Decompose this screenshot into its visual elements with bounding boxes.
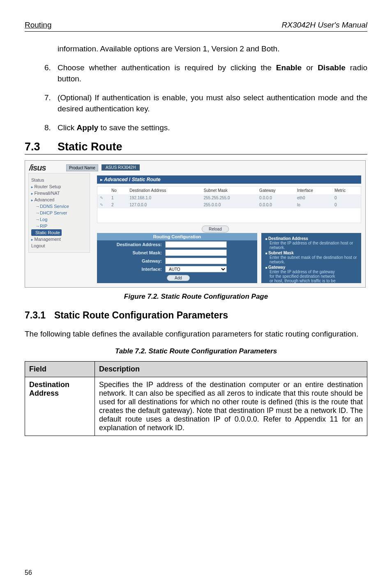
sidebar-item-ddns[interactable]: →DDNS Service <box>31 203 87 210</box>
li6-disable: Disable <box>318 63 346 72</box>
edit-icon[interactable]: ✎ <box>100 203 105 207</box>
cell-description: Specifies the IP address of the destinat… <box>95 377 367 436</box>
sidebar-item-management[interactable]: Management <box>31 236 87 242</box>
product-name-label: Product Name <box>66 164 98 171</box>
cell-no: 1 <box>109 194 127 201</box>
gateway-label: Gateway: <box>100 258 162 263</box>
sidebar-item-status[interactable]: Status <box>31 177 87 183</box>
add-button[interactable]: Add <box>167 275 190 281</box>
sidebar-item-router-setup[interactable]: Router Setup <box>31 183 87 190</box>
subnet-mask-input[interactable] <box>165 249 227 256</box>
li7-text: (Optional) If authentication is enable, … <box>58 93 367 113</box>
heading-7-3-1: 7.3.1Static Route Configuration Paramete… <box>25 310 367 321</box>
route-table: No Destination Address Subnet Mask Gatew… <box>97 186 361 223</box>
list-item-8: 8. Click Apply to save the settings. <box>25 122 367 134</box>
header-right: RX3042H User's Manual <box>282 21 368 30</box>
help-desc-gateway-c: or host, through which traffic is to be <box>265 279 357 283</box>
cell-if: eth0 <box>295 194 332 201</box>
page-number: 56 <box>25 569 32 576</box>
content-titlebar: ▸ Advanced / Static Route <box>97 175 361 184</box>
heading-7-3: 7.3Static Route <box>25 141 367 154</box>
sidebar-item-logout[interactable]: Logout <box>31 242 87 249</box>
table-row[interactable]: ✎ 1 192.168.1.0 255.255.255.0 0.0.0.0 et… <box>97 194 361 201</box>
th-interface: Interface <box>295 187 332 194</box>
edit-icon[interactable]: ✎ <box>100 196 105 200</box>
titlebar-arrow-icon: ▸ <box>100 177 104 182</box>
help-panel: Destination Address Enter the IP address… <box>261 233 361 283</box>
help-desc-gateway-b: for the specified destination network <box>265 274 357 279</box>
list-num-8: 8. <box>44 122 51 134</box>
header-left: Routing <box>25 21 52 30</box>
th-no: No <box>109 187 127 194</box>
table-row: Destination Address Specifies the IP add… <box>25 377 367 436</box>
cell-mask: 255.255.255.0 <box>201 194 257 201</box>
sidebar-item-dhcp[interactable]: →DHCP Server <box>31 210 87 216</box>
sidebar-item-firewall[interactable]: Firewall/NAT <box>31 190 87 196</box>
heading-7-3-title: Static Route <box>58 141 122 153</box>
help-desc-gateway-a: Enter the IP address of the gateway <box>265 270 357 274</box>
cell-no: 2 <box>109 201 127 208</box>
heading-7-3-num: 7.3 <box>25 141 58 153</box>
list-num-6: 6. <box>44 62 51 74</box>
config-params-table: Field Description Destination Address Sp… <box>25 361 367 436</box>
page-header: Routing RX3042H User's Manual <box>25 21 367 32</box>
th-field: Field <box>25 361 95 377</box>
subnet-mask-label: Subnet Mask: <box>100 250 162 255</box>
table-row[interactable]: ✎ 2 127.0.0.0 255.0.0.0 0.0.0.0 lo 0 <box>97 201 361 208</box>
help-term-gateway: Gateway <box>265 265 357 270</box>
sidebar-item-advanced[interactable]: Advanced <box>31 196 87 203</box>
help-term-mask: Subnet Mask <box>265 251 357 255</box>
sidebar-item-log[interactable]: →Log <box>31 216 87 223</box>
gateway-input[interactable] <box>165 258 227 264</box>
cell-field: Destination Address <box>25 377 95 436</box>
interface-select[interactable]: AUTO <box>165 266 227 272</box>
help-desc-dest: Enter the IP address of the destination … <box>265 241 357 250</box>
help-term-dest: Destination Address <box>265 236 357 241</box>
titlebar-static-route: Static Route <box>132 177 161 182</box>
routing-config-panel: Routing Configuration Destination Addres… <box>97 233 257 283</box>
cell-dest: 192.168.1.0 <box>127 194 201 201</box>
sidebar-item-static-route[interactable]: Static Route <box>31 229 62 236</box>
dest-address-input[interactable] <box>165 241 227 248</box>
th-mask: Subnet Mask <box>201 187 257 194</box>
th-gateway: Gateway <box>257 187 295 194</box>
table-header-row: No Destination Address Subnet Mask Gatew… <box>97 187 361 194</box>
cell-gw: 0.0.0.0 <box>257 194 295 201</box>
cell-metric: 0 <box>332 201 361 208</box>
help-desc-mask: Enter the subnet mask of the destination… <box>265 255 357 264</box>
th-description: Description <box>95 361 367 377</box>
cell-dest: 127.0.0.0 <box>127 201 201 208</box>
sidebar-item-rip[interactable]: →RIP <box>31 223 87 229</box>
table-header-row: Field Description <box>25 361 367 377</box>
li6-enable: Enable <box>276 63 302 72</box>
interface-label: Interface: <box>100 267 162 272</box>
li6-t1: Choose whether authentication is require… <box>58 63 276 72</box>
reload-button[interactable]: Reload <box>202 226 229 233</box>
dest-address-label: Destination Address: <box>100 242 162 247</box>
para-7-3-1: The following table defines the availabl… <box>25 328 367 340</box>
th-metric: Metric <box>332 187 361 194</box>
figure-7-2-caption: Figure 7.2. Static Route Configuration P… <box>25 293 367 301</box>
titlebar-advanced: Advanced <box>104 177 127 182</box>
list-item-7: 7. (Optional) If authentication is enabl… <box>25 92 367 115</box>
table-7-2-caption: Table 7.2. Static Route Configuration Pa… <box>25 347 367 355</box>
cell-if: lo <box>295 201 332 208</box>
li8-t1: Click <box>58 123 76 132</box>
th-dest: Destination Address <box>127 187 201 194</box>
titlebar-sep: / <box>128 177 132 182</box>
cell-metric: 0 <box>332 194 361 201</box>
cell-mask: 255.0.0.0 <box>201 201 257 208</box>
asus-logo: /isus <box>29 163 46 173</box>
list-num-7: 7. <box>44 92 51 104</box>
routing-config-header: Routing Configuration <box>97 233 257 240</box>
cell-gw: 0.0.0.0 <box>257 201 295 208</box>
li8-t2: to save the settings. <box>98 123 170 132</box>
sidebar: Status Router Setup Firewall/NAT Advance… <box>28 173 90 253</box>
product-name-value: ASUS RX3042H <box>101 164 140 171</box>
para-intro-tail: information. Available options are Versi… <box>25 43 367 55</box>
heading-7-3-1-title: Static Route Configuration Parameters <box>54 310 228 321</box>
router-screenshot: /isus Product Name ASUS RX3042H Status R… <box>25 160 366 288</box>
list-item-6: 6. Choose whether authentication is requ… <box>25 62 367 85</box>
li8-apply: Apply <box>76 123 98 132</box>
li6-or: or <box>302 63 318 72</box>
